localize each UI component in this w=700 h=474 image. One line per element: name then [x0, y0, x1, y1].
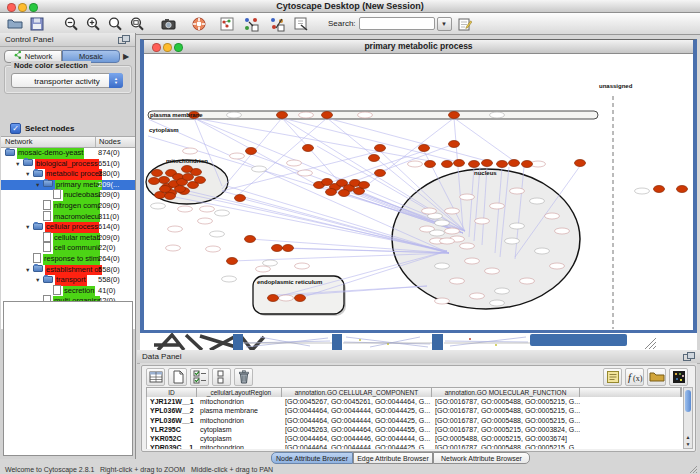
select-nodes-checkbox[interactable]: ✓ — [10, 123, 21, 134]
network-tree-row[interactable]: ▼metabolic process280(0) — [1, 169, 135, 180]
node-label[interactable] — [422, 208, 437, 214]
cell[interactable]: [GO:0005488, GO:0005215, GO:0003674] — [432, 434, 580, 443]
search-input[interactable] — [359, 17, 435, 30]
node-label[interactable] — [166, 245, 181, 251]
network-node[interactable] — [326, 189, 337, 196]
node-label[interactable] — [445, 208, 460, 214]
network-node[interactable] — [339, 190, 350, 197]
cell[interactable]: plasma membrane — [197, 406, 282, 415]
node-label[interactable] — [287, 160, 302, 166]
cell[interactable]: [GO:0016787, GO:0005488, GO:0005215, G..… — [432, 406, 580, 415]
network-node[interactable] — [165, 193, 176, 200]
network-node[interactable] — [277, 112, 288, 119]
attribute-row[interactable]: YLR295Ccytoplasm[GO:0045263, GO:0044464,… — [147, 425, 683, 434]
network-tree-row[interactable]: cellular metabo209(0) — [1, 233, 135, 244]
network-node[interactable] — [272, 245, 283, 252]
network-tree-row[interactable]: nitrogen compo209(0) — [1, 201, 135, 212]
cell[interactable]: YDR039C__1 — [147, 443, 197, 449]
node-label[interactable] — [490, 203, 505, 209]
node-label[interactable] — [450, 278, 465, 284]
snapshot-icon[interactable] — [160, 15, 178, 32]
matrix-icon[interactable] — [669, 368, 688, 386]
expand-arrow-icon[interactable]: ▼ — [25, 265, 33, 276]
network-tree-row[interactable]: mosaic-demo-yeast874(0) — [1, 148, 135, 159]
column-header[interactable]: _cellularLayoutRegion — [197, 388, 282, 397]
expand-arrow-icon[interactable]: ▼ — [15, 159, 23, 170]
network-node[interactable] — [454, 160, 465, 167]
node-label[interactable] — [298, 170, 313, 176]
node-label[interactable] — [445, 228, 460, 234]
zoom-out-icon[interactable] — [62, 15, 80, 32]
network-node[interactable] — [227, 258, 238, 265]
cell[interactable]: [GO:0045267, GO:0045261, GO:0044464, G..… — [282, 397, 432, 406]
node-label[interactable] — [198, 218, 213, 224]
scrollbar-thumb[interactable] — [685, 390, 691, 412]
cell[interactable]: [GO:0016787, GO:0005488, GO:0005215, G..… — [432, 443, 580, 449]
scroll-up-icon[interactable]: ▲ — [684, 434, 692, 440]
network-tree-row[interactable]: secretion41(0) — [1, 286, 135, 297]
network-node[interactable] — [195, 177, 206, 184]
tab-network-attribute-browser[interactable]: Network Attribute Browser — [433, 452, 530, 464]
open-file-icon[interactable] — [6, 15, 24, 32]
network-node[interactable] — [322, 112, 333, 119]
cell[interactable]: cytoplasm — [197, 434, 282, 443]
node-label[interactable] — [263, 260, 278, 266]
network-node[interactable] — [654, 186, 665, 193]
node-label[interactable] — [210, 231, 225, 237]
node-label[interactable] — [435, 263, 450, 269]
network-node[interactable] — [419, 145, 430, 152]
network-node[interactable] — [245, 236, 256, 243]
scroll-down-icon[interactable]: ▼ — [684, 441, 692, 447]
annotation-icon[interactable] — [292, 15, 310, 32]
network-node[interactable] — [449, 141, 460, 148]
help-icon[interactable] — [190, 15, 208, 32]
cell[interactable]: [GO:0045263, GO:0044464, GO:0044455, G..… — [282, 425, 432, 434]
node-label[interactable] — [230, 153, 245, 159]
network-node[interactable] — [425, 161, 436, 168]
node-label[interactable] — [299, 112, 314, 118]
network-node[interactable] — [575, 160, 586, 167]
attribute-row[interactable]: YKR052Ccytoplasm[GO:0044464, GO:0044446,… — [147, 434, 683, 443]
zoom-in-icon[interactable] — [84, 15, 102, 32]
node-label[interactable] — [435, 298, 450, 304]
node-label[interactable] — [430, 230, 445, 236]
network-tree-row[interactable]: ▼primary metabo209(... — [1, 180, 135, 191]
node-label[interactable] — [485, 268, 500, 274]
node-label[interactable] — [440, 238, 455, 244]
function-builder-icon[interactable]: f(x) — [625, 368, 644, 386]
network-node[interactable] — [235, 195, 246, 202]
network-node[interactable] — [283, 245, 294, 252]
node-label[interactable] — [279, 295, 294, 301]
cell[interactable]: YLR295C — [147, 425, 197, 434]
zoom-selected-icon[interactable] — [106, 15, 124, 32]
network-node[interactable] — [359, 182, 370, 189]
node-label[interactable] — [215, 210, 230, 216]
network-tree-row[interactable]: response to stimulu264(0) — [1, 254, 135, 265]
attribute-row[interactable]: YPL036W__2plasma membrane[GO:0044464, GO… — [147, 406, 683, 415]
network-node[interactable] — [469, 161, 480, 168]
node-label[interactable] — [151, 203, 166, 209]
apply-vizmap-icon[interactable] — [268, 15, 286, 32]
node-label[interactable] — [530, 198, 545, 204]
node-label[interactable] — [510, 223, 525, 229]
more-tabs-arrow-icon[interactable]: ▶ — [123, 50, 129, 64]
select-attributes-icon[interactable] — [190, 368, 209, 386]
birdseye-view[interactable] — [3, 301, 133, 456]
cell[interactable]: YKR052C — [147, 434, 197, 443]
cell[interactable]: YJR121W__1 — [147, 397, 197, 406]
cell[interactable]: [GO:0044464, GO:0044444, GO:0044425, G..… — [282, 416, 432, 425]
node-label[interactable] — [408, 161, 423, 167]
attribute-row[interactable]: YDR039C__1mitochondrion[GO:0044464, GO:0… — [147, 443, 683, 449]
column-header[interactable]: annotation.GO MOLECULAR_FUNCTION — [432, 388, 580, 397]
delete-attribute-icon[interactable] — [234, 368, 253, 386]
node-label[interactable] — [510, 188, 525, 194]
tab-node-attribute-browser[interactable]: Node Attribute Browser — [271, 452, 353, 464]
expand-arrow-icon[interactable]: ▼ — [25, 222, 33, 233]
table-scrollbar[interactable]: ▲ ▼ — [683, 387, 693, 449]
cell[interactable]: YPL036W__2 — [147, 406, 197, 415]
attribute-row[interactable]: YJR121W__1mitochondrion[GO:0045267, GO:0… — [147, 397, 683, 406]
network-node[interactable] — [175, 186, 186, 193]
network-node[interactable] — [677, 186, 688, 193]
node-label[interactable] — [435, 220, 450, 226]
attribute-row[interactable]: YPL036W__1mitochondrion[GO:0044464, GO:0… — [147, 416, 683, 425]
